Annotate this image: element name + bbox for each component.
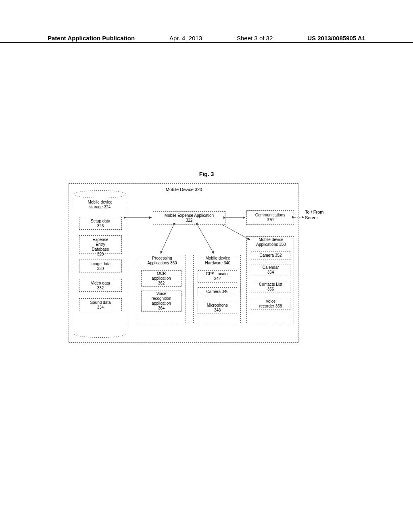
microphone: Microphone348 — [198, 302, 237, 314]
hardware-camera: Camera 346 — [198, 287, 237, 296]
storage-sound-data: Sound data334 — [79, 298, 122, 311]
applications-title: Mobile deviceApplications 350 — [248, 237, 294, 247]
storage-title: Mobile devicestorage 324 — [74, 200, 126, 210]
cylinder-top — [74, 190, 126, 198]
app-calendar: Calendar354 — [251, 264, 290, 276]
mobile-device-applications: Mobile deviceApplications 350 Camera 352… — [246, 236, 294, 323]
app-camera: Camera 352 — [251, 251, 290, 260]
page-header: Patent Application Publication Apr. 4, 2… — [0, 35, 413, 43]
communications: Communications370 — [246, 210, 294, 225]
hardware-title: Mobile deviceHardware 340 — [194, 256, 241, 266]
mobile-device-hardware: Mobile deviceHardware 340 GPS Locator342… — [193, 255, 241, 323]
mobile-expense-application: Mobile Expense Application322 — [153, 211, 225, 225]
processing-applications: ProcessingApplications 360 OCRapplicatio… — [137, 255, 186, 323]
publication-date: Apr. 4, 2013 — [169, 35, 202, 42]
publication-number: US 2013/0085905 A1 — [307, 35, 365, 42]
storage-setup-data: Setup data326 — [79, 217, 122, 230]
mobile-device-box: Mobile Device 320 Mobile devicestorage 3… — [69, 183, 298, 343]
sheet-number: Sheet 3 of 32 — [237, 35, 273, 42]
storage-image-data: Image data330 — [79, 260, 122, 272]
to-from-server-label: To / FromServer — [305, 209, 323, 221]
gps-locator: GPS Locator342 — [198, 270, 237, 283]
processing-title: ProcessingApplications 360 — [138, 256, 186, 266]
figure-title: Fig. 3 — [0, 171, 413, 177]
storage-cylinder: Mobile devicestorage 324 Setup data326 E… — [74, 194, 126, 338]
ocr-application: OCRapplication362 — [141, 270, 181, 287]
voice-recognition-application: Voicerecognitionapplication364 — [141, 291, 181, 312]
app-voice-recorder: Voicerecorder 358 — [251, 298, 290, 310]
publication-label: Patent Application Publication — [48, 35, 135, 42]
diagram: Mobile Device 320 Mobile devicestorage 3… — [69, 183, 359, 345]
storage-expense-db: ExpenseEntryDatabase328 — [79, 235, 122, 254]
app-contacts: Contacts List356 — [251, 281, 290, 293]
storage-video-data: Video data332 — [79, 279, 122, 292]
